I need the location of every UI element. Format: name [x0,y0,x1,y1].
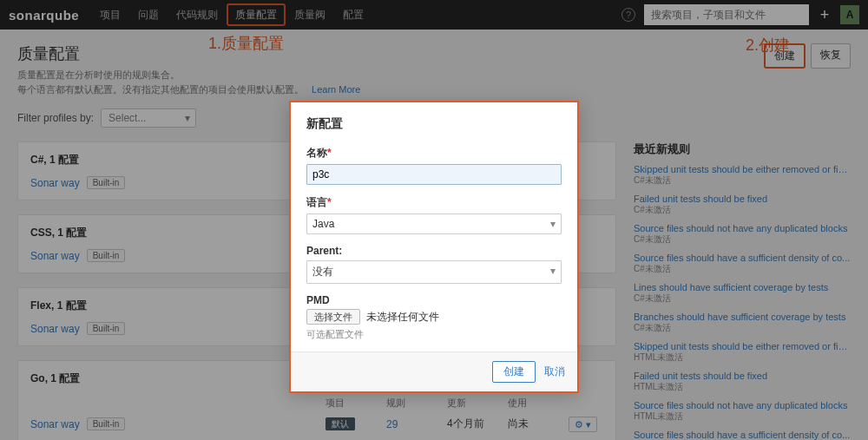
parent-select[interactable]: 没有 [306,260,562,284]
lang-label: 语言* [306,195,562,210]
file-status-text: 未选择任何文件 [366,311,439,323]
pmd-label: PMD [306,294,562,306]
modal-title: 新配置 [306,116,562,132]
file-hint: 可选配置文件 [306,328,562,341]
modal-cancel-link[interactable]: 取消 [544,364,565,379]
name-input[interactable] [306,164,562,185]
modal-submit-button[interactable]: 创建 [492,361,536,383]
parent-label: Parent: [306,245,562,257]
lang-select[interactable]: Java [306,213,562,234]
create-profile-modal: 新配置 名称* 语言* Java Parent: 没有 PMD 选择文件 未选择… [289,101,579,393]
name-label: 名称* [306,146,562,161]
choose-file-button[interactable]: 选择文件 [306,309,360,325]
